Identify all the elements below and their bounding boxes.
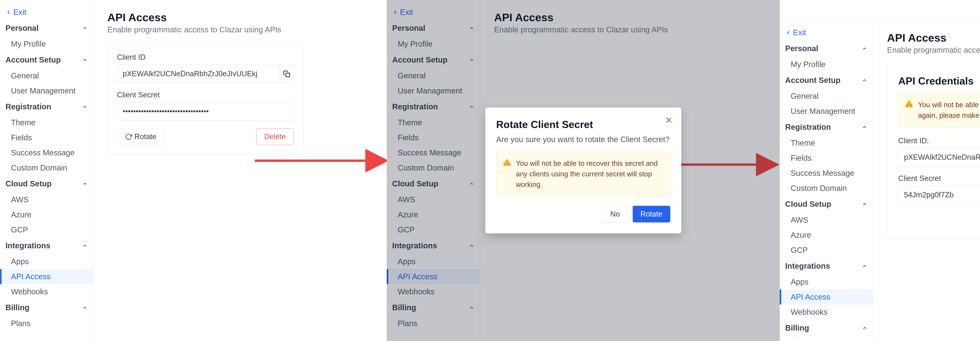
sidebar-item-success-message[interactable]: Success Message (0, 145, 93, 160)
page-title: API Access (107, 11, 372, 24)
client-secret-left[interactable]: 54Jm2pg0f7Zb (898, 186, 980, 204)
warning-box: You will not be able to reveal this clie… (898, 93, 980, 127)
sidebar-item-api-access[interactable]: API Access (780, 290, 873, 304)
sidebar-item-theme[interactable]: Theme (0, 115, 93, 130)
credentials-card: Client ID Client Secret Rotate Delete (107, 43, 304, 155)
sidebar-item-user-management[interactable]: User Management (0, 83, 93, 99)
page-subtitle: Enable programmatic access to Clazar usi… (887, 46, 980, 54)
delete-button[interactable]: Delete (256, 128, 294, 145)
credentials-title: API Credentials (898, 75, 980, 87)
section-header-registration[interactable]: Registration (0, 99, 93, 115)
sidebar-item-apps[interactable]: Apps (0, 254, 93, 269)
sidebar-item-my-profile[interactable]: My Profile (780, 57, 873, 72)
main-content: API Access Enable programmatic access to… (93, 0, 387, 341)
sidebar-item-plans[interactable]: Plans (0, 316, 93, 331)
warning-box: You will not be able to recover this sec… (496, 152, 670, 196)
close-icon (664, 115, 673, 125)
section-header-billing[interactable]: Billing (780, 320, 873, 336)
page-subtitle: Enable programmatic access to Clazar usi… (107, 25, 372, 34)
nav-section-cloud-setup: Cloud Setup AWS Azure GCP (0, 175, 93, 237)
sidebar-item-api-access[interactable]: API Access (0, 269, 93, 284)
sidebar-item-plans[interactable]: Plans (780, 336, 873, 341)
chevron-left-icon (785, 30, 791, 36)
section-header-personal[interactable]: Personal (0, 20, 93, 37)
sidebar: Exit Personal My Profile Account Setup G… (780, 21, 873, 341)
nav-section-billing: Billing Plans (0, 299, 93, 331)
chevron-up-icon (862, 325, 867, 331)
exit-label: Exit (793, 28, 806, 37)
sidebar-item-theme[interactable]: Theme (780, 135, 873, 150)
sidebar-item-aws[interactable]: AWS (780, 212, 873, 228)
chevron-up-icon (82, 243, 88, 249)
section-header-cloud-setup[interactable]: Cloud Setup (0, 175, 93, 192)
section-header-integrations[interactable]: Integrations (0, 237, 93, 254)
chevron-up-icon (82, 181, 88, 186)
client-id-label: Client ID: (898, 137, 980, 145)
client-secret-label: Client Secret (117, 91, 294, 99)
client-id-input[interactable] (898, 148, 980, 166)
chevron-up-icon (82, 305, 88, 311)
warning-icon (905, 100, 913, 108)
section-header-billing[interactable]: Billing (0, 299, 93, 316)
copy-icon (283, 70, 290, 77)
chevron-up-icon (862, 263, 867, 269)
chevron-up-icon (82, 104, 88, 110)
client-secret-input[interactable] (117, 102, 294, 121)
exit-link[interactable]: Exit (0, 5, 93, 20)
section-header-integrations[interactable]: Integrations (780, 258, 873, 274)
sidebar-item-fields[interactable]: Fields (780, 150, 873, 166)
section-header-account-setup[interactable]: Account Setup (780, 72, 873, 89)
modal-overlay[interactable]: Rotate Client Secret Are you sure you wa… (387, 0, 780, 341)
warning-text: You will not be able to reveal this clie… (918, 100, 980, 121)
sidebar-item-general[interactable]: General (780, 89, 873, 104)
exit-label: Exit (13, 8, 27, 17)
sidebar-item-general[interactable]: General (0, 68, 93, 83)
modal-no-button[interactable]: No (602, 206, 628, 222)
sidebar: Exit Personal My Profile Account Setup G… (0, 0, 93, 341)
chevron-up-icon (862, 124, 867, 130)
sidebar-item-user-management[interactable]: User Management (780, 104, 873, 119)
warning-text: You will not be able to recover this sec… (516, 158, 664, 190)
sidebar-item-aws[interactable]: AWS (0, 192, 93, 207)
chevron-up-icon (862, 46, 867, 51)
section-header-registration[interactable]: Registration (780, 119, 873, 135)
modal-rotate-button[interactable]: Rotate (633, 206, 670, 222)
modal-title: Rotate Client Secret (496, 119, 670, 130)
nav-section-personal: Personal My Profile (0, 20, 93, 51)
warning-icon (503, 158, 511, 167)
sidebar-item-gcp[interactable]: GCP (0, 222, 93, 237)
topbar: ? S (780, 0, 980, 21)
sidebar-item-custom-domain[interactable]: Custom Domain (0, 160, 93, 175)
chevron-up-icon (82, 57, 88, 63)
sidebar-item-azure[interactable]: Azure (0, 207, 93, 222)
section-header-account-setup[interactable]: Account Setup (0, 51, 93, 68)
sidebar-item-apps[interactable]: Apps (780, 274, 873, 290)
nav-section-account-setup: Account Setup General User Management (0, 51, 93, 99)
nav-section-registration: Registration Theme Fields Success Messag… (0, 99, 93, 175)
rotate-button[interactable]: Rotate (117, 128, 164, 145)
client-id-label: Client ID (117, 53, 294, 62)
nav-section-integrations: Integrations Apps API Access Webhooks (0, 237, 93, 299)
client-id-input[interactable] (117, 65, 280, 83)
chevron-left-icon (5, 9, 12, 16)
chevron-up-icon (862, 201, 867, 207)
rotate-icon (125, 133, 132, 140)
copy-client-id-button[interactable] (280, 65, 294, 83)
section-header-cloud-setup[interactable]: Cloud Setup (780, 196, 873, 212)
modal-close-button[interactable] (664, 115, 673, 125)
section-header-personal[interactable]: Personal (780, 40, 873, 57)
page-title: API Access (887, 31, 980, 44)
sidebar-item-azure[interactable]: Azure (780, 228, 873, 242)
chevron-up-icon (82, 25, 88, 31)
exit-link[interactable]: Exit (780, 25, 873, 40)
sidebar-item-fields[interactable]: Fields (0, 130, 93, 145)
sidebar-item-my-profile[interactable]: My Profile (0, 37, 93, 51)
sidebar-item-custom-domain[interactable]: Custom Domain (780, 181, 873, 196)
sidebar-item-webhooks[interactable]: Webhooks (0, 284, 93, 299)
api-credentials-card: API Credentials You will not be able to … (887, 64, 980, 239)
sidebar-item-webhooks[interactable]: Webhooks (780, 304, 873, 320)
modal-question: Are you sure you want to rotate the Clie… (496, 135, 670, 144)
sidebar-item-gcp[interactable]: GCP (780, 242, 873, 258)
chevron-up-icon (862, 78, 867, 83)
sidebar-item-success-message[interactable]: Success Message (780, 166, 873, 181)
